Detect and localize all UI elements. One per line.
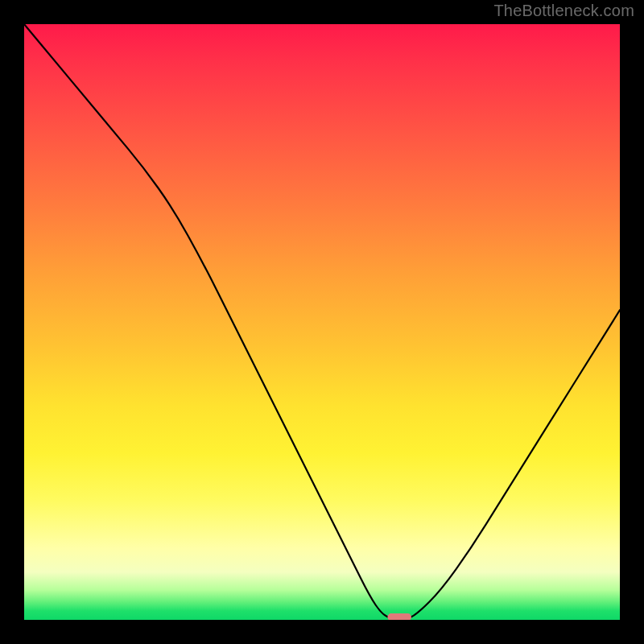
minimum-marker: [387, 613, 411, 620]
bottleneck-curve: [24, 24, 620, 620]
chart-frame: TheBottleneck.com: [0, 0, 644, 644]
curve-svg: [24, 24, 620, 620]
watermark-text: TheBottleneck.com: [493, 2, 634, 20]
plot-area: [24, 24, 620, 620]
